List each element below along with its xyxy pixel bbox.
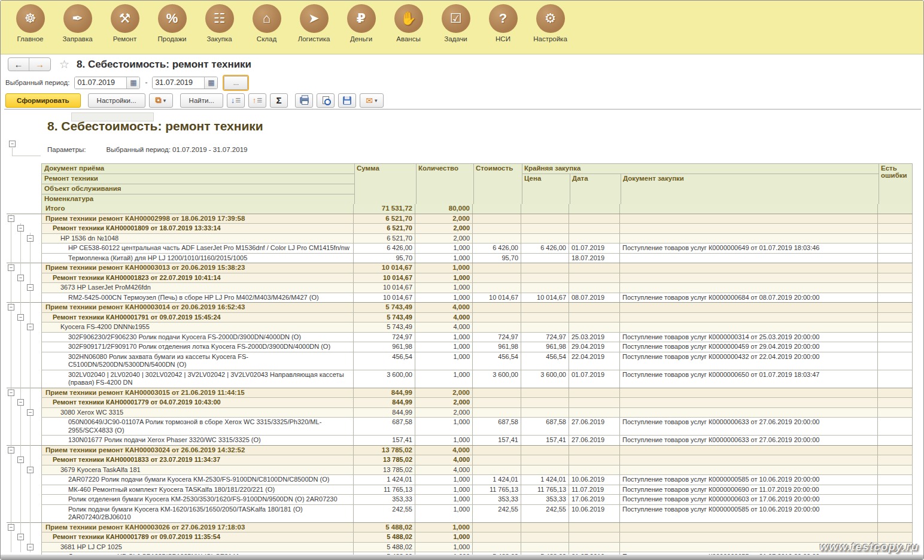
header-last-purchase[interactable]: Крайняя закупка [522,164,879,174]
cell-errors[interactable] [878,234,913,244]
cell-purchase-doc[interactable]: Поступление товаров услуг К0000000690 от… [620,485,878,495]
cell-description[interactable]: Прием техники ремонт КАН00002998 от 18.0… [41,214,354,224]
cell-quantity[interactable]: 1,000 [415,283,473,293]
cell-errors[interactable] [878,204,913,214]
cell-sum[interactable]: 10 014,67 [354,273,415,283]
cell-date[interactable]: 10.06.2019 [569,475,620,485]
collapse-expander[interactable]: − [27,324,34,330]
cell-sum[interactable]: 844,99 [354,388,415,398]
cell-date[interactable] [569,398,620,407]
collapse-expander[interactable]: − [8,264,14,271]
cell-date[interactable] [569,224,620,233]
cell-description[interactable]: Термопленка (Китай) для HP LJ 1200/1010/… [41,254,354,263]
collapse-expander[interactable]: − [27,409,34,416]
header-purchase-doc[interactable]: Документ закупки [621,174,879,205]
cell-cost[interactable]: 10 014,67 [473,293,521,303]
cell-cost[interactable]: 961,98 [473,342,521,352]
cell-description[interactable]: 302F906230/2F906230 Ролик подачи Kyocera… [41,333,354,342]
cell-cost[interactable] [473,398,521,407]
cell-purchase-doc[interactable] [620,303,878,312]
collapse-expander[interactable]: − [8,215,14,222]
cell-date[interactable] [569,455,620,465]
cell-description[interactable]: 3681 HP LJ CP 1025 [41,543,354,552]
cell-errors[interactable] [878,505,913,522]
cell-quantity[interactable]: 1,000 [415,352,473,370]
cell-cost[interactable] [473,204,521,214]
cell-date[interactable] [569,214,620,224]
cell-price[interactable]: 456,54 [521,352,569,370]
cell-cost[interactable] [473,446,521,455]
cell-errors[interactable] [878,322,913,332]
cell-date[interactable] [569,408,620,418]
cell-errors[interactable] [878,388,913,398]
cell-quantity[interactable]: 1,000 [415,370,473,388]
period-from-input[interactable] [75,77,126,89]
header-cost[interactable]: Стоимость [473,164,522,205]
cell-purchase-doc[interactable] [620,398,878,407]
cell-date[interactable] [569,234,620,244]
print-button[interactable] [295,93,313,108]
ribbon-item-деньги[interactable]: ₽Деньги [338,4,385,42]
cell-cost[interactable]: 3 600,00 [473,370,521,388]
cell-description[interactable]: Ремонт техники КАН00001791 от 09.07.2019… [41,313,354,322]
collapse-expander[interactable]: − [27,467,34,473]
cell-date[interactable] [569,523,620,532]
cell-cost[interactable] [473,263,521,273]
send-email-button[interactable]: ✉▾ [360,93,384,108]
cell-date[interactable]: 27.06.2019 [569,436,620,445]
cell-quantity[interactable]: 1,000 [415,333,473,342]
cell-price[interactable] [521,532,569,542]
cell-description[interactable]: HP CE538-60122 центральная часть ADF Las… [41,244,354,253]
cell-description[interactable]: Прием техники ремонт КАН00003015 от 21.0… [41,388,354,398]
cell-date[interactable]: 08.07.2019 [569,293,620,303]
cell-purchase-doc[interactable] [620,388,878,398]
cell-date[interactable] [569,263,620,273]
cell-price[interactable]: 242,55 [521,505,569,522]
cell-sum[interactable]: 724,97 [354,333,415,342]
collapse-expander[interactable]: − [8,389,14,396]
cell-cost[interactable]: 456,54 [473,352,521,370]
collapse-expander[interactable]: − [27,284,34,291]
print-preview-button[interactable] [317,93,335,108]
cell-description[interactable]: Итого [41,204,354,214]
cell-description[interactable]: Ремонт техники КАН00001789 от 09.07.2019… [41,532,354,542]
cell-purchase-doc[interactable] [620,204,878,214]
cell-price[interactable] [521,398,569,407]
cell-price[interactable] [521,455,569,465]
cell-price[interactable]: 1 424,01 [521,475,569,485]
cell-date[interactable] [569,273,620,283]
cell-date[interactable] [569,322,620,332]
collapse-expander[interactable]: − [17,314,24,321]
ribbon-item-логистика[interactable]: ➤Логистика [290,4,338,42]
cell-cost[interactable] [473,388,521,398]
cell-date[interactable]: 22.04.2019 [569,352,620,370]
cell-purchase-doc[interactable] [620,465,878,475]
cell-sum[interactable]: 6 426,00 [354,244,415,253]
cell-description[interactable]: Ремонт техники КАН00001823 от 22.07.2019… [41,273,354,283]
ribbon-item-склад[interactable]: ⌂Склад [243,4,290,42]
cell-price[interactable] [521,273,569,283]
cell-date[interactable] [569,446,620,455]
cell-price[interactable]: 6 426,00 [521,244,569,253]
collapse-expander[interactable]: − [8,304,14,311]
cell-sum[interactable]: 1 424,01 [354,475,415,485]
cell-quantity[interactable]: 2,000 [415,234,473,244]
cell-quantity[interactable]: 4,000 [415,303,473,312]
save-button[interactable] [338,93,356,108]
cell-purchase-doc[interactable]: Поступление товаров услуг К0000000432 от… [620,352,878,370]
cell-quantity[interactable]: 2,000 [415,398,473,407]
cell-errors[interactable] [878,283,913,293]
cell-cost[interactable] [473,234,521,244]
cell-purchase-doc[interactable]: Поступление товаров услуг К0000000314 от… [620,333,878,342]
cell-cost[interactable] [473,408,521,418]
cell-cost[interactable]: 242,55 [473,505,521,522]
collapse-expander[interactable]: − [17,225,24,232]
cell-cost[interactable]: 687,58 [473,418,521,435]
cell-sum[interactable]: 10 014,67 [354,293,415,303]
cell-errors[interactable] [878,342,913,352]
cell-description[interactable]: HP 1536 dn №1048 [41,234,354,244]
cell-description[interactable]: 302LV02040 | 2LV02040 | 302LV02042 | 3V2… [41,370,354,388]
cell-quantity[interactable]: 80,000 [415,204,473,214]
cell-quantity[interactable]: 1,000 [415,495,473,504]
cell-errors[interactable] [878,370,913,388]
